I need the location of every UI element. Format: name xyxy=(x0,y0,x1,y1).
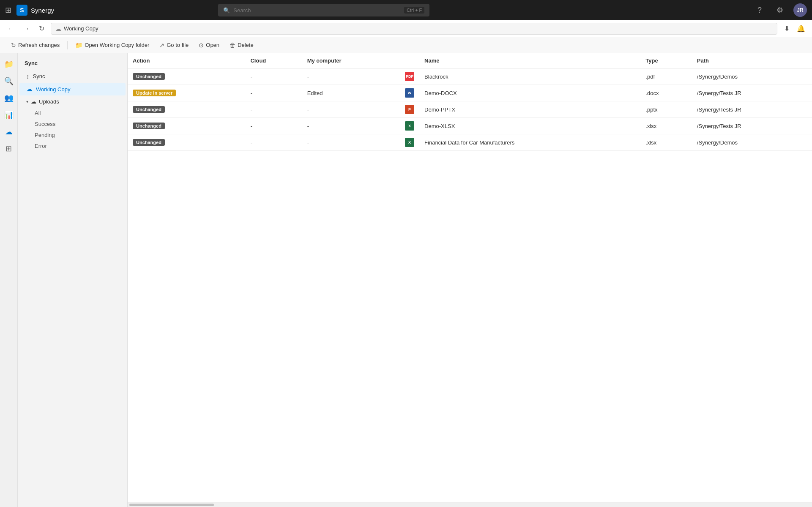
settings-icon: ⚙ xyxy=(776,5,783,15)
open-icon: ⊙ xyxy=(199,42,204,49)
avatar[interactable]: JR xyxy=(793,3,807,17)
col-cloud[interactable]: Cloud xyxy=(245,53,302,68)
search-shortcut: Ctrl + F xyxy=(404,7,424,14)
delete-button[interactable]: 🗑 Delete xyxy=(225,40,258,50)
forward-button[interactable]: → xyxy=(20,23,32,35)
action-badge: Unchanged xyxy=(133,73,165,80)
col-path[interactable]: Path xyxy=(692,53,812,68)
table-row[interactable]: Update in server-EditedWDemo-DOCX.docx/S… xyxy=(128,85,812,101)
top-bar: ⊞ S Synergy 🔍 Ctrl + F ? ⚙ JR xyxy=(0,0,812,20)
sidebar-group-uploads[interactable]: ▾ ☁ Uploads xyxy=(19,96,126,107)
cell-name: Demo-PPTX xyxy=(419,101,640,118)
sidebar: Sync ↕ Sync ☁ Working Copy ▾ ☁ Uploads A… xyxy=(18,53,128,507)
file-type-icon: PDF xyxy=(405,72,414,81)
settings-button[interactable]: ⚙ xyxy=(773,3,787,17)
sidebar-item-sync[interactable]: ↕ Sync xyxy=(19,70,126,82)
search-bar[interactable]: 🔍 Ctrl + F xyxy=(218,4,429,16)
sidebar-success-label: Success xyxy=(35,121,55,127)
table-row[interactable]: Unchanged--XFinancial Data for Car Manuf… xyxy=(128,134,812,151)
table-row[interactable]: Unchanged--XDemo-XLSX.xlsx/Synergy/Tests… xyxy=(128,118,812,134)
help-icon: ? xyxy=(757,6,762,15)
cell-cloud: - xyxy=(245,118,302,134)
cell-path: /Synergy/Demos xyxy=(692,134,812,151)
search-icon: 🔍 xyxy=(223,7,230,14)
search-input[interactable] xyxy=(233,7,401,14)
top-bar-right: ? ⚙ JR xyxy=(753,3,807,17)
sidebar-item-pending[interactable]: Pending xyxy=(19,130,126,140)
file-type-icon: W xyxy=(405,88,414,98)
address-bar[interactable]: ☁ Working Copy xyxy=(51,23,777,35)
table-body: Unchanged--PDFBlackrock.pdf/Synergy/Demo… xyxy=(128,68,812,151)
cell-my-computer: - xyxy=(302,118,400,134)
app-name: Synergy xyxy=(31,7,54,14)
grid-icon[interactable]: ⊞ xyxy=(5,5,11,15)
nav-bar: ← → ↻ ☁ Working Copy ⬇ 🔔 xyxy=(0,20,812,37)
address-text: Working Copy xyxy=(64,25,98,32)
download-button[interactable]: ⬇ xyxy=(781,23,793,35)
cell-path: /Synergy/Demos xyxy=(692,68,812,85)
scrollbar-area[interactable] xyxy=(128,502,812,507)
address-icon: ☁ xyxy=(55,25,61,32)
table-header: Action Cloud My computer Name Type Path xyxy=(128,53,812,68)
file-type-icon: X xyxy=(405,121,414,131)
rail-cloud-icon[interactable]: ☁ xyxy=(1,124,16,139)
working-copy-icon: ☁ xyxy=(26,85,33,93)
action-badge: Unchanged xyxy=(133,106,165,113)
open-folder-button[interactable]: 📁 Open Working Copy folder xyxy=(71,40,153,50)
help-button[interactable]: ? xyxy=(753,3,766,17)
rail-chart-icon[interactable]: 📊 xyxy=(1,107,16,123)
cell-action: Unchanged xyxy=(128,101,245,118)
cell-file-icon: PDF xyxy=(400,68,419,85)
table-row[interactable]: Unchanged--PDemo-PPTX.pptx/Synergy/Tests… xyxy=(128,101,812,118)
sync-icon: ↕ xyxy=(26,73,30,80)
app-logo-icon: S xyxy=(16,5,27,16)
sidebar-working-copy-label: Working Copy xyxy=(36,86,70,93)
chevron-down-icon: ▾ xyxy=(26,99,28,104)
col-my-computer[interactable]: My computer xyxy=(302,53,400,68)
cell-my-computer: Edited xyxy=(302,85,400,101)
icon-rail: 📁 🔍 👥 📊 ☁ ⊞ xyxy=(0,53,18,507)
sidebar-item-error[interactable]: Error xyxy=(19,141,126,151)
sidebar-item-success[interactable]: Success xyxy=(19,119,126,129)
sidebar-item-working-copy[interactable]: ☁ Working Copy xyxy=(19,83,126,95)
goto-icon: ↗ xyxy=(159,42,164,49)
sidebar-error-label: Error xyxy=(35,143,47,149)
col-name[interactable]: Name xyxy=(419,53,640,68)
rail-folder-icon[interactable]: 📁 xyxy=(1,57,16,72)
col-type[interactable]: Type xyxy=(640,53,692,68)
back-button[interactable]: ← xyxy=(5,23,17,35)
cell-cloud: - xyxy=(245,85,302,101)
notification-button[interactable]: 🔔 xyxy=(795,23,807,35)
rail-search-icon[interactable]: 🔍 xyxy=(1,74,16,89)
cell-cloud: - xyxy=(245,68,302,85)
table-row[interactable]: Unchanged--PDFBlackrock.pdf/Synergy/Demo… xyxy=(128,68,812,85)
rail-users-icon[interactable]: 👥 xyxy=(1,90,16,106)
action-badge: Unchanged xyxy=(133,139,165,146)
sidebar-sync-label: Sync xyxy=(33,73,45,79)
cell-file-icon: X xyxy=(400,134,419,151)
folder-icon: 📁 xyxy=(75,42,82,49)
cell-action: Unchanged xyxy=(128,118,245,134)
cell-type: .pdf xyxy=(640,68,692,85)
cell-name: Financial Data for Car Manufacturers xyxy=(419,134,640,151)
delete-icon: 🗑 xyxy=(230,42,235,49)
cell-my-computer: - xyxy=(302,101,400,118)
refresh-changes-button[interactable]: ↻ Refresh changes xyxy=(7,40,64,50)
cell-file-icon: X xyxy=(400,118,419,134)
scrollbar-thumb[interactable] xyxy=(129,504,214,506)
open-button[interactable]: ⊙ Open xyxy=(194,40,224,50)
sidebar-item-all[interactable]: All xyxy=(19,108,126,118)
cell-action: Unchanged xyxy=(128,134,245,151)
rail-table-icon[interactable]: ⊞ xyxy=(1,141,16,156)
refresh-nav-button[interactable]: ↻ xyxy=(36,23,47,35)
sidebar-all-label: All xyxy=(35,110,41,116)
sidebar-pending-label: Pending xyxy=(35,132,55,138)
cell-name: Blackrock xyxy=(419,68,640,85)
cell-type: .xlsx xyxy=(640,134,692,151)
col-file-icon xyxy=(400,53,419,68)
file-type-icon: P xyxy=(405,105,414,114)
go-to-file-button[interactable]: ↗ Go to file xyxy=(155,40,193,50)
cell-type: .xlsx xyxy=(640,118,692,134)
action-badge: Unchanged xyxy=(133,123,165,129)
col-action[interactable]: Action xyxy=(128,53,245,68)
